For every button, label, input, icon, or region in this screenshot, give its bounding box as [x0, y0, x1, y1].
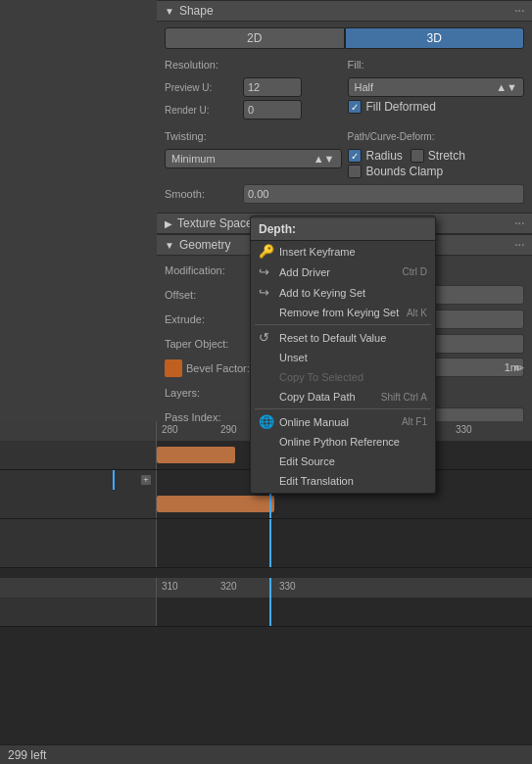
smooth-row: Smooth: 0.00 [165, 184, 524, 204]
ctx-remove-keying-label: Remove from Keying Set [279, 307, 399, 318]
ctx-reset-default[interactable]: ↺ Reset to Default Value [251, 327, 435, 348]
preview-u-field[interactable]: 12 [243, 77, 302, 97]
render-u-label: Render U: [165, 105, 243, 116]
twisting-dropdown[interactable]: Minimum ▲▼ [165, 149, 342, 168]
bevel-icon [165, 359, 182, 377]
radius-row: ✓ Radius Stretch [348, 149, 525, 163]
ruler-mark-280: 280 [162, 424, 178, 435]
bevel-edit-icon: ✏ [514, 361, 524, 375]
twisting-group: Twisting: Minimum ▲▼ [165, 126, 342, 180]
stretch-label: Stretch [428, 149, 465, 163]
smooth-label: Smooth: [165, 188, 243, 200]
taper-label: Taper Object: [165, 338, 253, 350]
ctx-online-python[interactable]: Online Python Reference [251, 432, 435, 452]
ctx-insert-keyframe-label: Insert Keyframe [279, 246, 356, 258]
timeline-track-2 [0, 490, 532, 519]
ctx-edit-source[interactable]: Edit Source [251, 452, 435, 471]
track-3-content[interactable] [157, 519, 532, 567]
smooth-value: 0.00 [248, 188, 268, 200]
track-4-label [0, 597, 157, 626]
ctx-separator-1 [255, 324, 431, 325]
smooth-field[interactable]: 0.00 [243, 184, 524, 204]
fill-arrow-icon: ▲▼ [496, 81, 517, 93]
bounds-label: Bounds Clamp [366, 165, 444, 178]
layers-label: Layers: [165, 387, 253, 399]
ruler-mark-290: 290 [220, 424, 237, 435]
preview-u-row: Preview U: 12 [165, 77, 342, 97]
twisting-label-row: Twisting: [165, 126, 342, 146]
geometry-section-dots: ··· [514, 236, 524, 254]
bevel-label: Bevel Factor: [186, 362, 255, 374]
track-4-playhead [269, 597, 271, 626]
pathcurve-label-row: Path/Curve-Deform: [348, 126, 525, 146]
ctx-add-keying-label: Add to Keying Set [279, 287, 365, 299]
modification-label: Modification: [165, 264, 253, 276]
toggle-3d-button[interactable]: 3D [345, 27, 525, 49]
shape-section-dots: ··· [514, 2, 524, 20]
ruler2-mark-320: 320 [220, 581, 237, 592]
keying-icon: ↪ [259, 285, 274, 300]
stretch-checkbox[interactable] [411, 149, 424, 163]
ctx-copy-to-selected-label: Copy To Selected [279, 371, 363, 383]
render-u-row: Render U: 0 [165, 100, 342, 119]
track-2-content[interactable] [157, 490, 532, 518]
twisting-arrow-icon: ▲▼ [314, 153, 335, 165]
radius-checkbox[interactable]: ✓ [348, 149, 362, 163]
fill-label: Fill: [348, 59, 426, 71]
track-3-label [0, 519, 157, 567]
radius-label: Radius [366, 149, 403, 163]
ctx-add-driver-shortcut: Ctrl D [402, 266, 427, 277]
twisting-field-row: Minimum ▲▼ [165, 149, 342, 168]
ctx-separator-2 [255, 408, 431, 409]
pathcurve-label: Path/Curve-Deform: [348, 131, 435, 142]
twisting-pathcurve-row: Twisting: Minimum ▲▼ Path/Curve-Deform: … [165, 126, 524, 180]
fill-group: Fill: Half ▲▼ ✓ Fill Deformed [348, 55, 525, 122]
dimension-toggle: 2D 3D [165, 27, 524, 49]
context-menu-header: Depth: [251, 218, 435, 241]
ctx-edit-source-label: Edit Source [279, 455, 335, 467]
ruler2-playhead [269, 578, 271, 597]
driver-icon: ↪ [259, 264, 274, 279]
timeline-track-3 [0, 519, 532, 568]
ctx-remove-keying-set[interactable]: Remove from Keying Set Alt K [251, 303, 435, 322]
ctx-edit-translation-label: Edit Translation [279, 475, 354, 487]
render-u-value: 0 [248, 104, 254, 116]
ctx-online-manual-label: Online Manual [279, 416, 349, 428]
texture-space-dots: ··· [514, 215, 524, 232]
ctx-copy-data-path-label: Copy Data Path [279, 391, 356, 403]
offset-label: Offset: [165, 289, 253, 301]
ctx-copy-data-path-shortcut: Shift Ctrl A [381, 392, 427, 403]
channel-expand-btn[interactable]: + [140, 474, 152, 486]
shape-triangle-icon: ▼ [165, 6, 174, 17]
ctx-edit-translation[interactable]: Edit Translation [251, 471, 435, 491]
channel-expand-label: + [0, 470, 157, 490]
key-icon: 🔑 [259, 244, 274, 259]
toggle-2d-button[interactable]: 2D [165, 27, 345, 49]
render-u-field[interactable]: 0 [243, 100, 302, 119]
timeline-header-2: 310 320 330 [0, 578, 532, 597]
fill-dropdown[interactable]: Half ▲▼ [348, 77, 525, 97]
ctx-add-driver[interactable]: ↪ Add Driver Ctrl D [251, 262, 435, 282]
timeline-left-pad [0, 421, 157, 441]
preview-u-value: 12 [248, 81, 260, 93]
ctx-online-manual[interactable]: 🌐 Online Manual Alt F1 [251, 411, 435, 432]
fill-field-row: Half ▲▼ [348, 77, 525, 97]
ctx-online-manual-shortcut: Alt F1 [402, 416, 427, 427]
track-4-content[interactable] [157, 597, 532, 626]
context-menu: Depth: 🔑 Insert Keyframe ↪ Add Driver Ct… [250, 215, 436, 494]
timeline-left-pad-2 [0, 578, 157, 597]
ctx-unset[interactable]: Unset [251, 348, 435, 367]
resolution-label: Resolution: [165, 59, 243, 71]
track-3-playhead [269, 519, 271, 567]
bounds-checkbox[interactable] [348, 165, 362, 178]
fill-deformed-checkbox[interactable]: ✓ [348, 100, 362, 114]
ruler2-mark-330: 330 [279, 581, 296, 592]
status-text: 299 left [8, 748, 46, 762]
ctx-insert-keyframe[interactable]: 🔑 Insert Keyframe [251, 241, 435, 262]
shape-section-header[interactable]: ▼ Shape ··· [157, 0, 532, 22]
ctx-copy-data-path[interactable]: Copy Data Path Shift Ctrl A [251, 387, 435, 406]
timeline-ruler-area-2[interactable]: 310 320 330 [157, 578, 532, 597]
ctx-copy-to-selected: Copy To Selected [251, 367, 435, 387]
ctx-reset-label: Reset to Default Value [279, 332, 386, 344]
ctx-add-keying-set[interactable]: ↪ Add to Keying Set [251, 282, 435, 303]
